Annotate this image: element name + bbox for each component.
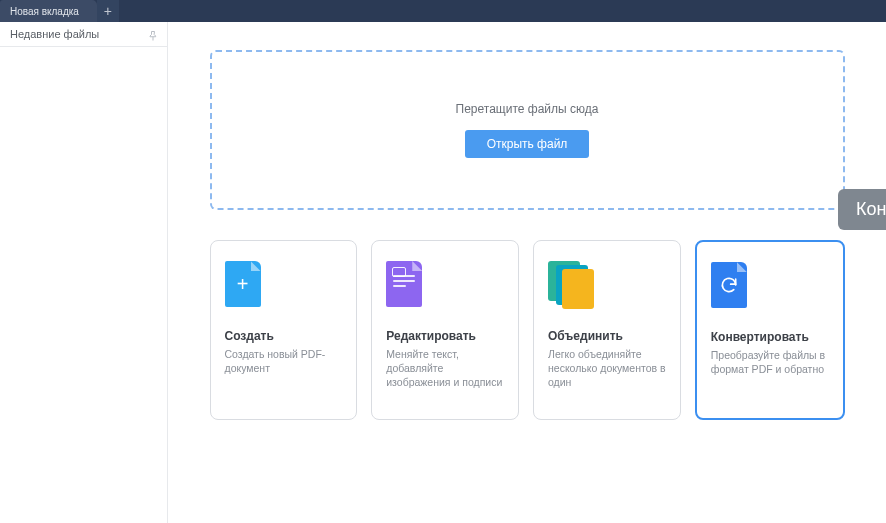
card-merge[interactable]: Объединить Легко объединяйте несколько д… (533, 240, 681, 420)
dropzone-hint: Перетащите файлы сюда (456, 102, 599, 116)
sidebar-recent-files-header: Недавние файлы (0, 22, 167, 47)
card-title: Объединить (548, 329, 666, 343)
tab-new[interactable]: Новая вкладка (0, 0, 97, 22)
card-title: Редактировать (386, 329, 504, 343)
tab-label: Новая вкладка (10, 6, 79, 17)
card-desc: Меняйте текст, добавляйте изображения и … (386, 347, 504, 390)
file-dropzone[interactable]: Перетащите файлы сюда Открыть файл (210, 50, 845, 210)
card-title: Создать (225, 329, 343, 343)
merge-files-icon (548, 261, 666, 319)
card-desc: Преобразуйте файлы в формат PDF и обратн… (711, 348, 829, 376)
new-tab-button[interactable]: + (97, 0, 119, 22)
create-file-icon: + (225, 261, 343, 319)
convert-file-icon (711, 262, 829, 320)
tooltip-text: Конвертировать (856, 199, 886, 219)
main-area: Перетащите файлы сюда Открыть файл + Соз… (168, 22, 886, 523)
card-convert[interactable]: Конвертировать Преобразуйте файлы в форм… (695, 240, 845, 420)
convert-tooltip: Конвертировать (838, 189, 886, 230)
card-edit[interactable]: Редактировать Меняйте текст, добавляйте … (371, 240, 519, 420)
recent-files-title: Недавние файлы (10, 28, 99, 40)
open-file-button[interactable]: Открыть файл (465, 130, 590, 158)
app-layout: Недавние файлы Перетащите файлы сюда Отк… (0, 22, 886, 523)
card-title: Конвертировать (711, 330, 829, 344)
card-desc: Создать новый PDF-документ (225, 347, 343, 375)
action-cards-row: + Создать Создать новый PDF-документ Ред… (210, 240, 845, 420)
sidebar: Недавние файлы (0, 22, 168, 523)
plus-icon: + (104, 3, 112, 19)
pin-icon[interactable] (147, 28, 159, 40)
tab-bar: Новая вкладка + (0, 0, 886, 22)
card-desc: Легко объединяйте несколько документов в… (548, 347, 666, 390)
card-create[interactable]: + Создать Создать новый PDF-документ (210, 240, 358, 420)
edit-file-icon (386, 261, 504, 319)
